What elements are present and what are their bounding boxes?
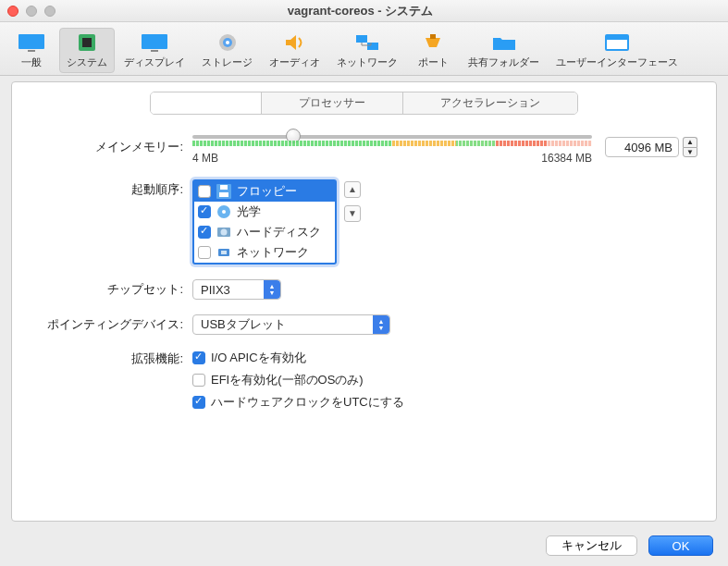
check-utc[interactable]: [192, 396, 205, 409]
content-panel: プロセッサー アクセラレーション メインメモリー: 4 MB 16384 MB …: [11, 81, 717, 522]
row-boot-order: 起動順序: フロッピー 光学 ハードディスク: [31, 179, 697, 265]
boot-check-network[interactable]: [198, 246, 211, 259]
check-ioapic[interactable]: [192, 351, 205, 364]
tab-user-interface[interactable]: ユーザーインターフェース: [549, 28, 685, 73]
label-ioapic: I/O APICを有効化: [211, 350, 306, 366]
tab-system[interactable]: システム: [59, 28, 115, 73]
svg-point-18: [222, 210, 226, 214]
titlebar: vagrant-coreos - システム: [0, 0, 728, 22]
label-memory: メインメモリー:: [31, 139, 192, 155]
row-memory: メインメモリー: 4 MB 16384 MB 4096 MB ▲ ▼: [31, 129, 697, 165]
label-pointing: ポインティングデバイス:: [31, 316, 192, 333]
boot-label: 光学: [237, 203, 261, 220]
svg-rect-11: [430, 34, 436, 39]
svg-rect-16: [219, 192, 228, 197]
tab-ports[interactable]: ポート: [407, 28, 459, 73]
svg-rect-13: [606, 35, 628, 40]
svg-point-20: [221, 229, 228, 236]
subtab-acceleration[interactable]: アクセラレーション: [403, 92, 577, 114]
boot-label: ハードディスク: [237, 224, 321, 240]
network-icon: [352, 31, 382, 54]
label-utc: ハードウェアクロックをUTCにする: [211, 394, 404, 411]
chevron-down-icon[interactable]: ▼: [683, 147, 697, 157]
boot-item-network[interactable]: ネットワーク: [194, 242, 335, 263]
boot-item-floppy[interactable]: フロッピー: [194, 181, 335, 202]
boot-check-floppy[interactable]: [198, 185, 211, 198]
hdd-icon: [216, 225, 231, 240]
label-boot-order: 起動順序:: [31, 179, 192, 198]
boot-label: ネットワーク: [237, 244, 309, 261]
net-icon: [216, 245, 231, 260]
memory-slider[interactable]: 4 MB 16384 MB: [192, 129, 592, 165]
row-chipset: チップセット: PIIX3 ▲▼: [31, 279, 697, 300]
boot-label: フロッピー: [237, 183, 297, 200]
chevron-up-icon[interactable]: ▲: [683, 137, 697, 147]
ok-button[interactable]: OK: [648, 535, 713, 556]
svg-rect-10: [367, 43, 378, 50]
monitor-icon: [17, 31, 46, 54]
speaker-icon: [280, 31, 310, 54]
svg-rect-1: [28, 50, 35, 52]
disk-icon: [213, 31, 242, 54]
label-extended: 拡張機能:: [31, 350, 192, 367]
label-chipset: チップセット:: [31, 281, 192, 298]
display-icon: [140, 31, 169, 54]
move-up-button[interactable]: ▲: [344, 181, 361, 198]
tab-network[interactable]: ネットワーク: [329, 28, 405, 73]
subtab-motherboard[interactable]: [151, 92, 262, 114]
check-efi[interactable]: [192, 374, 205, 387]
row-extended: 拡張機能: I/O APICを有効化 EFIを有効化(一部のOSのみ) ハードウ…: [31, 350, 697, 416]
updown-icon: ▲▼: [264, 280, 280, 299]
footer: キャンセル OK: [0, 525, 728, 566]
optical-icon: [216, 204, 231, 219]
tab-audio[interactable]: オーディオ: [262, 28, 327, 73]
row-pointing: ポインティングデバイス: USBタブレット ▲▼: [31, 314, 697, 335]
svg-point-8: [226, 41, 229, 44]
svg-rect-5: [151, 50, 158, 52]
svg-rect-3: [82, 38, 92, 47]
boot-check-optical[interactable]: [198, 205, 211, 218]
boot-item-optical[interactable]: 光学: [194, 202, 335, 222]
svg-rect-22: [221, 251, 227, 254]
memory-min: 4 MB: [192, 152, 218, 165]
tab-display[interactable]: ディスプレイ: [117, 28, 192, 73]
label-efi: EFIを有効化(一部のOSのみ): [211, 372, 364, 388]
memory-max: 16384 MB: [541, 152, 592, 165]
port-icon: [418, 31, 448, 54]
ui-icon: [602, 31, 632, 54]
svg-rect-15: [220, 185, 228, 190]
svg-rect-0: [19, 34, 44, 49]
cancel-button[interactable]: キャンセル: [546, 535, 637, 556]
memory-input[interactable]: 4096 MB: [605, 137, 679, 157]
subtab-bar: プロセッサー アクセラレーション: [12, 92, 716, 115]
boot-order-list[interactable]: フロッピー 光学 ハードディスク ネットワーク: [192, 179, 337, 265]
boot-item-hdd[interactable]: ハードディスク: [194, 222, 335, 242]
folder-icon: [489, 31, 519, 54]
tab-storage[interactable]: ストレージ: [194, 28, 260, 73]
pointing-select[interactable]: USBタブレット ▲▼: [192, 314, 390, 335]
chipset-select[interactable]: PIIX3 ▲▼: [192, 279, 281, 300]
move-down-button[interactable]: ▼: [344, 205, 361, 222]
tab-shared-folders[interactable]: 共有フォルダー: [461, 28, 547, 73]
svg-rect-4: [142, 34, 167, 49]
chip-icon: [72, 31, 102, 54]
tab-general[interactable]: 一般: [6, 28, 57, 73]
window-title: vagrant-coreos - システム: [0, 3, 721, 19]
svg-rect-9: [356, 35, 367, 43]
updown-icon: ▲▼: [373, 315, 389, 334]
boot-check-hdd[interactable]: [198, 226, 211, 239]
floppy-icon: [216, 184, 231, 199]
category-toolbar: 一般 システム ディスプレイ ストレージ オーディオ ネットワーク ポート: [0, 22, 728, 76]
subtab-processor[interactable]: プロセッサー: [262, 92, 403, 114]
memory-stepper[interactable]: ▲ ▼: [683, 137, 697, 157]
